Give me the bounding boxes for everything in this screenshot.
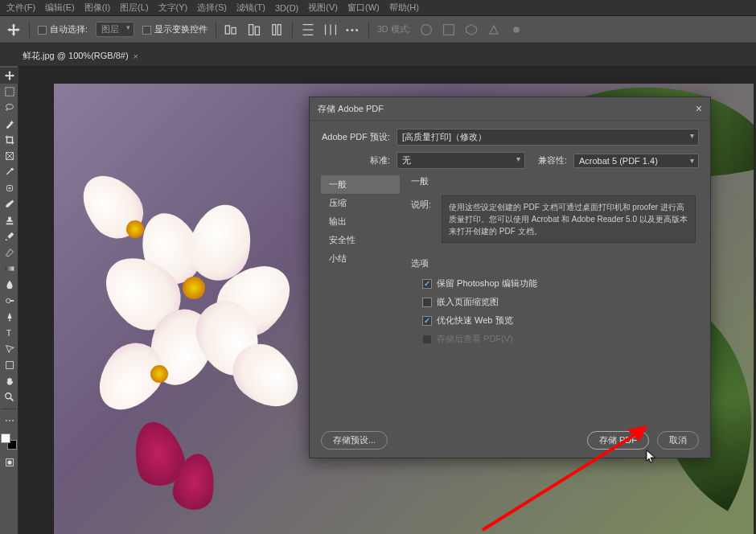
sidebar-item-security[interactable]: 安全性 <box>321 231 400 249</box>
frame-tool[interactable] <box>0 148 18 164</box>
svg-rect-13 <box>443 24 454 35</box>
foreground-color[interactable] <box>1 433 10 443</box>
sidebar-item-output[interactable]: 输出 <box>321 212 400 231</box>
sidebar-item-general[interactable]: 一般 <box>321 175 400 194</box>
type-tool[interactable]: T <box>0 325 18 341</box>
description-text[interactable]: 使用这些设定创建的 PDF 文档可通过桌面打印机和 proofer 进行高质量打… <box>442 195 696 243</box>
menu-edit[interactable]: 编辑(E) <box>45 2 75 14</box>
align-icon-2[interactable] <box>247 23 261 37</box>
crop-tool[interactable] <box>0 132 18 148</box>
wand-tool[interactable] <box>0 116 18 132</box>
lasso-tool[interactable] <box>0 100 18 116</box>
close-icon[interactable]: × <box>696 102 702 115</box>
svg-point-27 <box>5 393 10 399</box>
path-tool[interactable] <box>0 341 18 357</box>
dodge-tool[interactable] <box>0 293 18 309</box>
history-brush-tool[interactable] <box>0 228 18 244</box>
more-icon[interactable]: ••• <box>346 25 360 35</box>
options-bar: 自动选择: 图层 显示变换控件 ••• 3D 模式: <box>0 16 756 43</box>
svg-rect-0 <box>225 25 229 33</box>
options-title: 选项 <box>411 257 696 269</box>
separator <box>292 22 293 38</box>
svg-rect-3 <box>255 27 259 35</box>
auto-select-checkbox[interactable] <box>38 26 47 35</box>
3d-icon-2[interactable] <box>442 23 456 37</box>
svg-point-12 <box>421 24 431 35</box>
shape-tool[interactable] <box>0 357 18 373</box>
separator <box>216 22 216 38</box>
distribute-icon[interactable] <box>301 23 315 37</box>
distribute-icon-2[interactable] <box>323 23 338 37</box>
standard-dropdown[interactable]: 无 <box>396 152 525 169</box>
embed-thumbnails-label: 嵌入页面缩览图 <box>437 296 499 308</box>
menu-help[interactable]: 帮助(H) <box>389 2 419 14</box>
hand-tool[interactable] <box>0 373 18 389</box>
align-icon[interactable] <box>224 23 239 37</box>
menu-image[interactable]: 图像(I) <box>84 2 110 14</box>
eyedropper-tool[interactable] <box>0 164 18 180</box>
gradient-tool[interactable] <box>0 261 18 277</box>
menu-window[interactable]: 窗口(W) <box>347 2 380 14</box>
view-after-save-label: 存储后查看 PDF(V) <box>437 333 513 345</box>
marquee-tool[interactable] <box>0 84 18 100</box>
separator <box>29 22 30 38</box>
description-label: 说明: <box>411 195 435 243</box>
sidebar-item-summary[interactable]: 小结 <box>321 249 400 268</box>
stamp-tool[interactable] <box>0 212 18 228</box>
menu-file[interactable]: 文件(F) <box>6 2 35 14</box>
save-preset-button[interactable]: 存储预设... <box>321 431 388 450</box>
3d-icon-4[interactable] <box>487 23 501 37</box>
menu-3d[interactable]: 3D(D) <box>275 3 298 13</box>
menu-type[interactable]: 文字(Y) <box>158 2 188 14</box>
mode-3d-label: 3D 模式: <box>377 23 411 35</box>
3d-icon-3[interactable] <box>464 23 479 37</box>
quick-mask[interactable] <box>0 454 18 470</box>
menu-select[interactable]: 选择(S) <box>197 2 227 14</box>
move-tool[interactable] <box>0 68 18 84</box>
tab-label: 鲜花.jpg @ 100%(RGB/8#) <box>23 50 129 62</box>
move-tool-icon[interactable] <box>6 23 21 37</box>
optimize-web-checkbox[interactable] <box>422 316 432 326</box>
show-transform-checkbox[interactable] <box>142 26 151 35</box>
svg-point-14 <box>513 27 520 33</box>
preset-label: Adobe PDF 预设: <box>321 131 390 143</box>
show-transform-label: 显示变换控件 <box>154 24 207 34</box>
compat-dropdown[interactable]: Acrobat 5 (PDF 1.4) <box>573 154 699 168</box>
flowers <box>78 180 319 421</box>
document-tab[interactable]: 鲜花.jpg @ 100%(RGB/8#) × <box>14 46 146 66</box>
layer-dropdown[interactable]: 图层 <box>96 22 134 37</box>
3d-icon-5[interactable] <box>509 23 524 37</box>
embed-thumbnails-checkbox[interactable] <box>422 298 432 307</box>
menu-view[interactable]: 视图(V) <box>308 2 338 14</box>
eraser-tool[interactable] <box>0 244 18 261</box>
view-after-save-checkbox <box>422 335 432 344</box>
brush-tool[interactable] <box>0 196 18 212</box>
separator <box>2 409 16 409</box>
zoom-tool[interactable] <box>0 389 18 405</box>
preset-dropdown[interactable]: [高质量打印]（修改） <box>396 129 699 146</box>
3d-icon-1[interactable] <box>419 23 433 37</box>
svg-line-28 <box>10 398 13 401</box>
svg-point-23 <box>6 298 10 302</box>
auto-select-label: 自动选择: <box>50 24 88 34</box>
menu-layer[interactable]: 图层(L) <box>120 2 148 14</box>
menu-filter[interactable]: 滤镜(T) <box>236 2 265 14</box>
tools-panel: T ⋯ <box>0 66 18 534</box>
tab-close-icon[interactable]: × <box>134 51 138 61</box>
edit-toolbar[interactable]: ⋯ <box>0 413 18 429</box>
cancel-button[interactable]: 取消 <box>657 431 699 450</box>
align-icon-3[interactable] <box>269 23 284 37</box>
svg-rect-5 <box>277 24 281 35</box>
blur-tool[interactable] <box>0 277 18 293</box>
healing-tool[interactable] <box>0 180 18 196</box>
optimize-web-label: 优化快速 Web 预览 <box>437 314 513 327</box>
dialog-title: 存储 Adobe PDF <box>318 103 384 115</box>
svg-rect-26 <box>6 362 13 369</box>
dialog-titlebar[interactable]: 存储 Adobe PDF × <box>310 97 710 121</box>
sidebar-item-compression[interactable]: 压缩 <box>321 194 400 212</box>
save-pdf-button[interactable]: 存储 PDF <box>587 431 649 450</box>
preserve-editing-checkbox[interactable] <box>422 279 432 289</box>
color-swatches[interactable] <box>1 433 17 450</box>
pen-tool[interactable] <box>0 309 18 325</box>
document-tabs: 鲜花.jpg @ 100%(RGB/8#) × <box>0 43 756 66</box>
